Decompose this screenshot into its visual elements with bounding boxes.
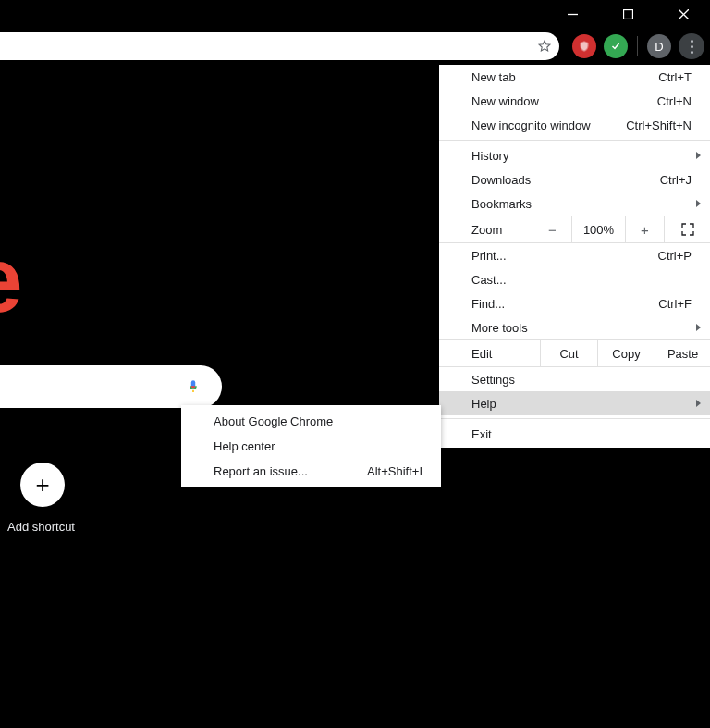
shield-icon <box>578 40 591 53</box>
menu-cast[interactable]: Cast... <box>439 267 710 291</box>
menu-separator <box>439 418 710 419</box>
menu-bookmarks[interactable]: Bookmarks <box>439 191 710 216</box>
menu-print[interactable]: Print... Ctrl+P <box>439 243 710 267</box>
browser-toolbar: D <box>0 28 710 65</box>
vertical-dots-icon <box>691 40 693 54</box>
chevron-right-icon <box>696 400 701 407</box>
voice-search-icon[interactable] <box>185 376 202 397</box>
menu-exit[interactable]: Exit <box>439 422 710 446</box>
menu-help[interactable]: Help <box>439 391 710 415</box>
window-titlebar <box>0 0 710 28</box>
profile-avatar[interactable]: D <box>647 34 671 58</box>
close-button[interactable] <box>664 0 703 28</box>
extension-icon-2[interactable] <box>604 34 628 58</box>
help-submenu: About Google Chrome Help center Report a… <box>181 405 441 487</box>
menu-separator <box>439 140 710 141</box>
edit-copy[interactable]: Copy <box>597 340 655 366</box>
extension-icon-1[interactable] <box>572 34 596 58</box>
close-icon <box>679 9 689 19</box>
maximize-button[interactable] <box>608 0 647 28</box>
google-logo-fragment: gle <box>0 227 18 333</box>
maximize-icon <box>623 9 633 19</box>
menu-settings[interactable]: Settings <box>439 367 710 391</box>
fullscreen-button[interactable] <box>664 216 710 242</box>
menu-zoom-row: Zoom − 100% + <box>439 216 710 243</box>
menu-more-tools[interactable]: More tools <box>439 315 710 339</box>
zoom-label: Zoom <box>439 223 532 237</box>
menu-new-tab[interactable]: New tab Ctrl+T <box>439 65 710 89</box>
add-shortcut-label: Add shortcut <box>7 520 67 534</box>
svg-rect-1 <box>623 9 632 19</box>
chevron-right-icon <box>696 200 701 207</box>
fullscreen-icon <box>680 222 695 237</box>
minimize-icon <box>568 9 578 19</box>
checkmark-icon <box>610 41 621 52</box>
edit-paste[interactable]: Paste <box>655 340 710 366</box>
plus-icon: + <box>20 463 65 507</box>
menu-new-window[interactable]: New window Ctrl+N <box>439 89 710 113</box>
zoom-value: 100% <box>571 216 625 242</box>
bookmark-star-icon[interactable] <box>537 39 552 54</box>
menu-edit-row: Edit Cut Copy Paste <box>439 339 710 367</box>
menu-new-incognito[interactable]: New incognito window Ctrl+Shift+N <box>439 113 710 137</box>
toolbar-divider <box>637 36 638 56</box>
address-bar[interactable] <box>0 32 559 60</box>
menu-downloads[interactable]: Downloads Ctrl+J <box>439 167 710 191</box>
main-menu: New tab Ctrl+T New window Ctrl+N New inc… <box>439 65 710 448</box>
chevron-right-icon <box>696 152 701 159</box>
main-menu-button[interactable] <box>679 33 704 59</box>
search-box[interactable] <box>0 365 222 408</box>
menu-history[interactable]: History <box>439 143 710 167</box>
submenu-help-center[interactable]: Help center <box>181 434 441 459</box>
submenu-report-issue[interactable]: Report an issue... Alt+Shift+I <box>181 459 441 484</box>
zoom-in-button[interactable]: + <box>625 216 664 242</box>
add-shortcut[interactable]: + Add shortcut <box>18 463 67 534</box>
submenu-about[interactable]: About Google Chrome <box>181 409 441 434</box>
chevron-right-icon <box>696 324 701 331</box>
minimize-button[interactable] <box>553 0 592 28</box>
menu-find[interactable]: Find... Ctrl+F <box>439 291 710 315</box>
edit-label: Edit <box>439 340 540 366</box>
zoom-out-button[interactable]: − <box>532 216 571 242</box>
edit-cut[interactable]: Cut <box>540 340 597 366</box>
